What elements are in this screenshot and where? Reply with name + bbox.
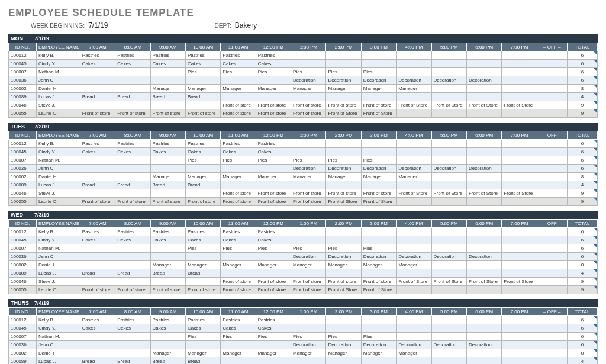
table-row: 100089Lucas J.BreadBreadBreadBread4 xyxy=(9,93,598,101)
cell-id: 100046 xyxy=(9,278,37,286)
cell-hour xyxy=(431,60,466,68)
cell-id: 100036 xyxy=(9,165,37,173)
col-header-hour: 9:00 AM xyxy=(150,131,185,140)
cell-hour: Front of store xyxy=(185,198,220,206)
cell-hour xyxy=(221,181,256,189)
col-header-total: TOTAL xyxy=(567,220,597,228)
cell-hour: Bread xyxy=(150,357,185,365)
cell-total: 4 xyxy=(567,181,597,189)
cell-hour: Pastries xyxy=(115,140,150,148)
cell-off xyxy=(537,60,567,68)
cell-hour xyxy=(466,68,501,76)
cell-hour: Manager xyxy=(256,85,291,93)
table-row: 100002Daniel H.ManagerManagerManagerMana… xyxy=(9,173,598,181)
cell-off xyxy=(537,316,567,324)
cell-hour xyxy=(502,181,537,189)
col-header-hour: 3:00 PM xyxy=(361,43,396,51)
cell-hour: Front of store xyxy=(256,189,291,198)
cell-total: 6 xyxy=(567,236,597,244)
cell-hour: Pies xyxy=(326,333,361,341)
cell-name: Jenn C. xyxy=(36,165,80,173)
cell-name: Jenn C. xyxy=(36,253,80,261)
cell-hour: Decoration xyxy=(361,341,396,349)
col-header-hour: 1:00 PM xyxy=(291,43,326,51)
cell-hour xyxy=(256,357,291,365)
table-row: 100055Laurie O.Front of storeFront of st… xyxy=(9,286,598,294)
cell-hour: Pastries xyxy=(221,228,256,236)
cell-hour: Pies xyxy=(221,156,256,165)
cell-hour: Manager xyxy=(150,173,185,181)
cell-hour: Bread xyxy=(80,357,115,365)
cell-hour xyxy=(150,253,185,261)
cell-hour: Pies xyxy=(256,244,291,253)
cell-hour: Decoration xyxy=(466,76,501,85)
cell-hour: Decoration xyxy=(361,253,396,261)
cell-hour xyxy=(115,261,150,269)
cell-hour: Decoration xyxy=(291,76,326,85)
cell-hour: Pies xyxy=(221,68,256,76)
col-header-hour: 1:00 PM xyxy=(291,308,326,316)
day-block: TUES7/2/19ID NO.EMPLOYEE NAME7:00 AM8:00… xyxy=(8,123,598,206)
cell-hour xyxy=(80,349,115,357)
cell-name: Kelly B. xyxy=(36,316,80,324)
col-header-hour: 8:00 AM xyxy=(115,131,150,140)
cell-hour xyxy=(326,228,361,236)
col-header-total: TOTAL xyxy=(567,308,597,316)
cell-hour: Pastries xyxy=(185,228,220,236)
cell-hour xyxy=(466,148,501,156)
cell-hour: Front of Store xyxy=(326,109,361,118)
cell-hour: Cakes xyxy=(80,324,115,333)
cell-hour: Front of store xyxy=(256,109,291,118)
day-block: THURS7/4/19ID NO.EMPLOYEE NAME7:00 AM8:0… xyxy=(8,299,598,364)
cell-hour: Manager xyxy=(185,261,220,269)
cell-hour xyxy=(466,324,501,333)
cell-hour xyxy=(431,349,466,357)
cell-hour: Decoration xyxy=(326,165,361,173)
cell-hour: Front of Store xyxy=(397,101,431,109)
cell-hour xyxy=(431,357,466,365)
cell-off xyxy=(537,228,567,236)
cell-off xyxy=(537,101,567,109)
cell-hour xyxy=(221,76,256,85)
cell-hour: Front of store xyxy=(256,278,291,286)
cell-hour: Pies xyxy=(185,244,220,253)
col-header-hour: 6:00 PM xyxy=(466,220,501,228)
cell-name: Daniel H. xyxy=(36,349,80,357)
schedule-table: ID NO.EMPLOYEE NAME7:00 AM8:00 AM9:00 AM… xyxy=(8,43,598,118)
cell-hour xyxy=(466,109,501,118)
cell-hour xyxy=(466,93,501,101)
cell-hour xyxy=(115,341,150,349)
cell-total: 9 xyxy=(567,101,597,109)
cell-hour xyxy=(431,181,466,189)
cell-hour: Cakes xyxy=(185,148,220,156)
cell-hour xyxy=(256,165,291,173)
col-header-hour: 6:00 PM xyxy=(466,43,501,51)
cell-hour xyxy=(502,286,537,294)
cell-total: 6 xyxy=(567,156,597,165)
cell-hour: Front of store xyxy=(361,101,396,109)
cell-hour: Bread xyxy=(115,93,150,101)
week-value: 7/1/19 xyxy=(88,21,108,30)
cell-hour: Cakes xyxy=(256,60,291,68)
table-row: 100007Nathan M.PiesPiesPiesPiesPiesPies6 xyxy=(9,68,598,76)
cell-hour: Front of store xyxy=(150,109,185,118)
cell-hour xyxy=(466,286,501,294)
cell-hour xyxy=(397,156,431,165)
col-header-hour: 7:00 PM xyxy=(502,220,537,228)
cell-hour: Cakes xyxy=(80,236,115,244)
cell-hour xyxy=(361,324,396,333)
page-title: EMPLOYEE SCHEDULE TEMPLATE xyxy=(8,7,598,19)
cell-hour: Bread xyxy=(150,181,185,189)
cell-hour xyxy=(397,228,431,236)
cell-hour xyxy=(115,76,150,85)
cell-hour xyxy=(80,253,115,261)
cell-hour: Front of store xyxy=(256,101,291,109)
cell-hour xyxy=(291,140,326,148)
table-row: 100002Daniel H.ManagerManagerManagerMana… xyxy=(9,261,598,269)
cell-hour xyxy=(80,76,115,85)
cell-off xyxy=(537,349,567,357)
cell-name: Nathan M. xyxy=(36,244,80,253)
col-header-hour: 7:00 AM xyxy=(80,131,115,140)
cell-total: 6 xyxy=(567,253,597,261)
cell-name: Nathan M. xyxy=(36,68,80,76)
